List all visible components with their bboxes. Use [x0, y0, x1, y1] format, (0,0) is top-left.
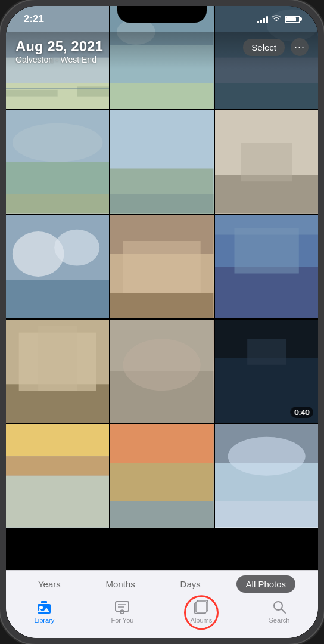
svg-rect-3 [6, 90, 58, 97]
battery-icon [285, 16, 300, 23]
photo-cell[interactable] [215, 215, 318, 318]
photo-cell[interactable] [110, 424, 213, 527]
wifi-icon [272, 14, 281, 24]
select-button[interactable]: Select [243, 39, 285, 56]
svg-line-68 [281, 609, 285, 614]
photo-cell[interactable] [110, 215, 213, 318]
nav-tab-albums-label: Albums [191, 617, 213, 624]
photo-cell[interactable] [110, 320, 213, 423]
photo-cell[interactable] [6, 320, 109, 423]
svg-rect-19 [110, 194, 213, 213]
svg-rect-57 [38, 604, 51, 614]
more-button[interactable]: ··· [291, 38, 309, 56]
bottom-area: Years Months Days All Photos [6, 570, 318, 638]
svg-rect-4 [77, 86, 109, 96]
svg-rect-11 [215, 83, 318, 109]
header-date: Aug 25, 2021 [15, 38, 103, 55]
nav-tab-library[interactable]: Library [25, 599, 64, 624]
notch [117, 6, 207, 23]
svg-point-26 [54, 229, 99, 265]
tab-all-photos[interactable]: All Photos [236, 575, 296, 593]
svg-point-58 [39, 606, 43, 609]
svg-rect-43 [215, 358, 318, 423]
albums-icon [193, 599, 210, 615]
nav-tab-search-label: Search [269, 617, 290, 624]
header-location: Galveston - West End [15, 55, 103, 64]
svg-rect-24 [6, 280, 109, 318]
search-icon [271, 599, 288, 615]
photo-cell[interactable]: 0:40 [215, 320, 318, 423]
svg-rect-7 [110, 83, 213, 109]
svg-rect-44 [247, 339, 286, 364]
svg-rect-34 [234, 228, 298, 273]
svg-rect-66 [196, 602, 207, 612]
photo-cell[interactable] [6, 215, 109, 318]
svg-rect-48 [6, 456, 109, 475]
svg-rect-30 [123, 241, 201, 293]
svg-rect-15 [6, 194, 109, 213]
svg-point-56 [228, 437, 305, 476]
svg-rect-29 [110, 293, 213, 318]
library-icon [36, 599, 52, 615]
tab-days[interactable]: Days [171, 575, 210, 593]
tab-months[interactable]: Months [96, 575, 145, 593]
photos-header-overlay: Aug 25, 2021 Galveston - West End Select… [6, 32, 318, 69]
screen: 2:21 [6, 6, 318, 638]
svg-point-16 [13, 123, 103, 162]
phone-frame: 2:21 [0, 0, 324, 644]
view-tabs: Years Months Days All Photos [6, 571, 318, 595]
photo-cell[interactable] [215, 424, 318, 527]
photo-cell[interactable] [6, 424, 109, 527]
status-icons [257, 14, 300, 24]
nav-tab-foryou[interactable]: For You [101, 599, 143, 624]
svg-point-41 [123, 339, 201, 391]
foryou-icon [114, 599, 130, 615]
svg-rect-46 [6, 476, 109, 528]
svg-rect-38 [38, 326, 77, 391]
svg-rect-51 [110, 463, 213, 501]
svg-rect-22 [241, 143, 292, 181]
photos-container: 0:40 [6, 6, 318, 561]
svg-rect-32 [215, 267, 318, 318]
photo-grid: 0:40 [6, 6, 318, 528]
tab-years[interactable]: Years [29, 575, 70, 593]
status-time: 2:21 [24, 13, 44, 25]
nav-tab-search[interactable]: Search [260, 599, 300, 624]
photo-cell[interactable] [110, 110, 213, 213]
svg-rect-14 [6, 162, 109, 194]
svg-rect-59 [41, 601, 47, 603]
photo-cell[interactable] [215, 110, 318, 213]
svg-rect-50 [110, 424, 213, 463]
nav-tab-library-label: Library [35, 617, 55, 624]
photo-cell[interactable] [6, 110, 109, 213]
svg-rect-52 [110, 501, 213, 527]
nav-tab-foryou-label: For You [111, 617, 133, 624]
signal-icon [257, 15, 268, 23]
nav-tab-albums[interactable]: Albums [181, 599, 222, 624]
video-duration-badge: 0:40 [290, 407, 313, 418]
nav-tabs: Library For You [6, 595, 318, 638]
svg-rect-47 [6, 424, 109, 456]
